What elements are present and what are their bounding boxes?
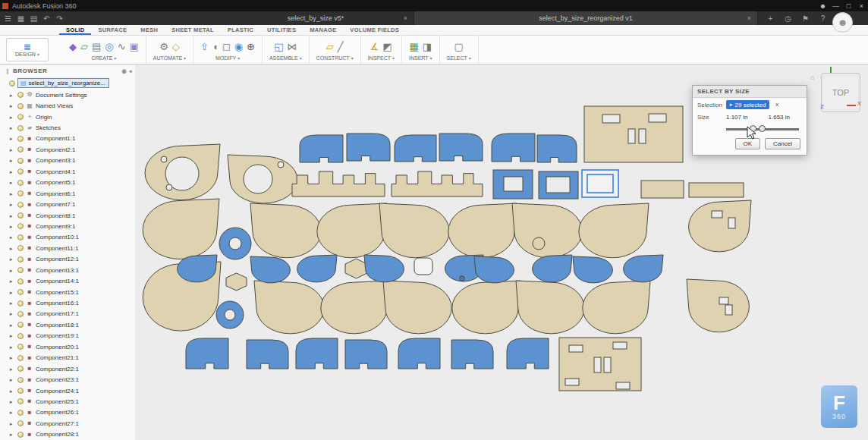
- tab-close-icon[interactable]: ×: [747, 14, 751, 22]
- canvas-shape[interactable]: [689, 183, 744, 197]
- undo-icon[interactable]: ↶: [40, 14, 53, 23]
- expand-arrow-icon[interactable]: ▸: [10, 377, 15, 382]
- canvas-shape[interactable]: [379, 203, 449, 258]
- visibility-bulb-icon[interactable]: [17, 398, 24, 404]
- visibility-bulb-icon[interactable]: [17, 366, 24, 372]
- expand-arrow-icon[interactable]: ▸: [10, 213, 15, 218]
- modify-press-pull-icon[interactable]: ⇧: [200, 42, 209, 52]
- browser-item-component[interactable]: ▸■Component13:1: [0, 265, 135, 275]
- visibility-bulb-icon[interactable]: [17, 289, 24, 295]
- ribbon-tab-mesh[interactable]: MESH: [134, 25, 165, 35]
- toolbar-group-label[interactable]: INSERT▾: [409, 55, 432, 61]
- doc-tab[interactable]: select_by_size v5*×: [218, 11, 414, 25]
- size-max-input[interactable]: [760, 114, 790, 121]
- browser-item-document-settings[interactable]: ▸⚙Document Settings: [0, 90, 135, 100]
- canvas-shape[interactable]: [345, 259, 367, 278]
- workspace-selector[interactable]: ▦ DESIGN▾: [6, 38, 49, 61]
- visibility-bulb-icon[interactable]: [17, 410, 24, 416]
- canvas-shape[interactable]: [345, 340, 387, 369]
- ribbon-tab-solid[interactable]: SOLID: [59, 25, 91, 35]
- canvas-shape[interactable]: [414, 258, 432, 275]
- visibility-bulb-icon[interactable]: [17, 278, 24, 284]
- canvas-shape[interactable]: [565, 379, 579, 385]
- browser-item-component[interactable]: ▸■Component9:1: [0, 221, 135, 231]
- expand-arrow-icon[interactable]: ▸: [10, 224, 15, 229]
- canvas-shape[interactable]: [143, 199, 219, 259]
- expand-arrow-icon[interactable]: ▸: [10, 344, 15, 350]
- create-form-icon[interactable]: ◆: [69, 42, 77, 52]
- expand-arrow-icon[interactable]: ▸: [10, 366, 15, 372]
- browser-item-component[interactable]: ▸■Component5:1: [0, 178, 135, 188]
- visibility-bulb-icon[interactable]: [17, 92, 24, 98]
- canvas-shape[interactable]: [604, 357, 611, 372]
- canvas-shape[interactable]: [546, 177, 570, 193]
- visibility-bulb-icon[interactable]: [17, 344, 24, 350]
- slider-handle-max[interactable]: [759, 125, 766, 132]
- viewcube-home-icon[interactable]: ⌂: [810, 74, 814, 81]
- canvas-shape[interactable]: [451, 340, 493, 369]
- browser-item-component[interactable]: ▸■Component15:1: [0, 287, 135, 297]
- visibility-bulb-icon[interactable]: [17, 212, 24, 218]
- browser-item-component[interactable]: ▸■Component21:1: [0, 353, 135, 363]
- canvas-shape[interactable]: [292, 171, 385, 196]
- canvas-shape[interactable]: [161, 156, 167, 162]
- canvas-shape[interactable]: [296, 338, 338, 369]
- visibility-bulb-icon[interactable]: [17, 168, 24, 174]
- file-menu-icon[interactable]: ☰: [2, 14, 14, 23]
- visibility-bulb-icon[interactable]: [17, 432, 24, 438]
- toolbar-group-label[interactable]: INSPECT▾: [368, 55, 395, 61]
- canvas-shape[interactable]: [250, 203, 321, 258]
- canvas-shape[interactable]: [321, 281, 389, 334]
- visibility-bulb-icon[interactable]: [17, 256, 24, 262]
- visibility-bulb-icon[interactable]: [17, 158, 24, 164]
- modify-move-icon[interactable]: ⊕: [247, 42, 255, 52]
- visibility-bulb-icon[interactable]: [17, 136, 24, 142]
- account-icon[interactable]: ☻: [816, 2, 829, 10]
- expand-arrow-icon[interactable]: ▸: [10, 115, 15, 120]
- browser-item-component[interactable]: ▸■Component17:1: [0, 309, 135, 319]
- notifications-icon[interactable]: ⚑: [799, 14, 812, 23]
- visibility-bulb-icon[interactable]: [17, 333, 24, 339]
- automate-addins-icon[interactable]: ◇: [172, 42, 180, 52]
- browser-item-component[interactable]: ▸■Component12:1: [0, 254, 135, 265]
- visibility-bulb-icon[interactable]: [17, 114, 24, 120]
- browser-item-component[interactable]: ▸■Component22:1: [0, 363, 135, 374]
- canvas-shape[interactable]: [624, 255, 663, 282]
- expand-arrow-icon[interactable]: ▸: [10, 246, 15, 251]
- visibility-bulb-icon[interactable]: [17, 300, 24, 306]
- construct-plane-icon[interactable]: ▱: [326, 42, 334, 52]
- expand-arrow-icon[interactable]: ▸: [10, 432, 15, 437]
- canvas-shape[interactable]: [278, 162, 284, 168]
- canvas-shape[interactable]: [583, 281, 650, 334]
- browser-root-box[interactable]: ▤ select_by_size_reorganize...: [17, 78, 109, 88]
- viewcube-face-label[interactable]: TOP: [832, 88, 849, 97]
- toolbar-group-label[interactable]: CONSTRUCT▾: [316, 55, 354, 61]
- browser-item-component[interactable]: ▸■Component25:1: [0, 396, 135, 407]
- doc-tab[interactable]: select_by_size_reorganized v1×: [414, 11, 758, 25]
- canvas-shape[interactable]: [452, 281, 520, 334]
- assemble-joint-icon[interactable]: ⋈: [287, 42, 297, 52]
- canvas-shape[interactable]: [166, 184, 172, 190]
- canvas-shape[interactable]: [594, 357, 601, 372]
- expand-arrow-icon[interactable]: ▸: [10, 311, 15, 316]
- visibility-bulb-icon[interactable]: [17, 190, 24, 196]
- expand-arrow-icon[interactable]: ▸: [10, 290, 15, 295]
- browser-item-sketches[interactable]: ▸▰Sketches: [0, 122, 135, 133]
- canvas-shape[interactable]: [364, 255, 404, 282]
- automate-configure-icon[interactable]: ⚙: [159, 42, 168, 52]
- canvas-shape[interactable]: [297, 255, 337, 282]
- canvas-shape[interactable]: [439, 134, 483, 161]
- canvas-shape[interactable]: [225, 310, 235, 320]
- cancel-button[interactable]: Cancel: [765, 138, 800, 149]
- browser-item-component[interactable]: ▸■Component4:1: [0, 166, 135, 177]
- browser-item-component[interactable]: ▸■Component16:1: [0, 297, 135, 308]
- canvas-shape[interactable]: [602, 115, 620, 123]
- browser-item-component[interactable]: ▸■Component10:1: [0, 232, 135, 243]
- canvas-shape[interactable]: [507, 338, 549, 369]
- canvas-shape[interactable]: [537, 135, 577, 162]
- toolbar-group-label[interactable]: MODIFY▾: [215, 55, 240, 61]
- inspect-measure-icon[interactable]: ∡: [370, 42, 379, 52]
- visibility-bulb-icon[interactable]: [17, 388, 24, 394]
- canvas-shape[interactable]: [300, 135, 343, 162]
- visibility-bulb-icon[interactable]: [17, 355, 24, 361]
